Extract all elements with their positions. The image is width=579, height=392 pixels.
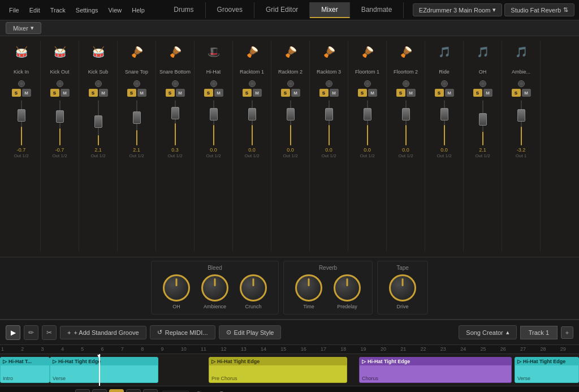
- fader-handle[interactable]: [248, 108, 256, 120]
- channel-pan-knob[interactable]: [326, 80, 332, 87]
- predelay-knob[interactable]: [334, 274, 361, 301]
- fader-handle[interactable]: [479, 113, 487, 126]
- channel-pan-knob[interactable]: [364, 80, 371, 87]
- mute-btn[interactable]: M: [368, 89, 377, 97]
- fader-container: [136, 100, 137, 145]
- channel-pan-knob[interactable]: [95, 80, 102, 87]
- tab-grooves[interactable]: Grooves: [206, 2, 254, 18]
- mute-btn[interactable]: M: [61, 89, 70, 97]
- mute-btn[interactable]: M: [214, 89, 223, 97]
- preset-dropdown[interactable]: EZdrummer 3 Main Room ▾: [413, 3, 503, 16]
- fader-handle[interactable]: [94, 115, 102, 128]
- mute-btn[interactable]: M: [483, 89, 492, 97]
- record-btn[interactable]: ●: [126, 389, 141, 393]
- edit-play-style-btn[interactable]: ⊙ Edit Play Style: [219, 325, 282, 339]
- fader-handle[interactable]: [517, 109, 525, 122]
- mute-btn[interactable]: M: [522, 89, 531, 97]
- fader-handle[interactable]: [402, 108, 410, 120]
- mute-btn[interactable]: M: [291, 89, 300, 97]
- mute-btn[interactable]: M: [137, 89, 146, 97]
- fader-handle[interactable]: [210, 108, 218, 120]
- ambience-knob[interactable]: [201, 274, 228, 301]
- channel-pan-knob[interactable]: [403, 80, 409, 87]
- play-btn[interactable]: ▶: [109, 389, 124, 393]
- solo-btn[interactable]: S: [396, 89, 405, 97]
- mute-btn[interactable]: M: [253, 89, 262, 97]
- mute-btn[interactable]: M: [99, 89, 108, 97]
- solo-btn[interactable]: S: [435, 89, 444, 97]
- drum-icon: 🪘: [246, 46, 258, 58]
- mixer-label-btn[interactable]: Mixer ▾: [6, 22, 41, 34]
- mute-btn[interactable]: M: [330, 89, 339, 97]
- menu-file[interactable]: File: [5, 5, 24, 16]
- mute-btn[interactable]: M: [445, 89, 454, 97]
- solo-btn[interactable]: S: [204, 89, 213, 97]
- loop-btn[interactable]: ↻: [75, 389, 90, 393]
- solo-btn[interactable]: S: [358, 89, 367, 97]
- fader-track: [290, 100, 291, 145]
- timeline-clip[interactable]: ▷ Hi-Hat Tight Edge Pre Chorus: [209, 357, 347, 383]
- fader-handle[interactable]: [287, 108, 295, 120]
- timeline-clip[interactable]: ▷ Hi-Hat Tight Edge Verse: [50, 357, 158, 383]
- fader-handle[interactable]: [171, 107, 179, 119]
- menu-help[interactable]: Help: [127, 5, 149, 16]
- solo-btn[interactable]: S: [12, 89, 21, 97]
- select-tool-btn[interactable]: ▶: [6, 325, 20, 340]
- menu-view[interactable]: View: [104, 5, 127, 16]
- solo-btn[interactable]: S: [127, 89, 136, 97]
- fader-handle[interactable]: [133, 111, 141, 124]
- clip-header: ▷ Hi-Hat Tight Edge: [515, 357, 578, 365]
- channel-pan-knob[interactable]: [479, 80, 486, 87]
- solo-btn[interactable]: S: [89, 89, 98, 97]
- channel-pan-knob[interactable]: [57, 80, 63, 87]
- fader-handle[interactable]: [325, 108, 333, 120]
- solo-btn[interactable]: S: [243, 89, 252, 97]
- tab-bandmate[interactable]: Bandmate: [350, 2, 404, 18]
- reverb-dropdown[interactable]: Studio Fat Reverb ⇅: [504, 3, 574, 16]
- channel-pan-knob[interactable]: [287, 80, 294, 87]
- channel-name: Snare Bottom: [159, 66, 191, 78]
- replace-midi-btn[interactable]: ↺ Replace MIDI...: [150, 325, 215, 339]
- solo-btn[interactable]: S: [166, 89, 175, 97]
- solo-btn[interactable]: S: [281, 89, 290, 97]
- channel-pan-knob[interactable]: [518, 80, 525, 87]
- pencil-tool-btn[interactable]: ✏: [24, 325, 38, 340]
- metronome-btn[interactable]: ♩: [143, 389, 158, 393]
- fader-handle[interactable]: [440, 108, 448, 120]
- oh-knob[interactable]: [163, 274, 190, 301]
- timeline-clip[interactable]: ▷ Hi-Hat T... Intro: [0, 357, 50, 383]
- fader-handle[interactable]: [18, 109, 25, 122]
- time-knob[interactable]: [295, 274, 322, 301]
- menu-settings[interactable]: Settings: [71, 5, 103, 16]
- mute-btn[interactable]: M: [22, 89, 31, 97]
- channel-pan-knob[interactable]: [441, 80, 448, 87]
- channel-value: 2.1: [133, 147, 140, 153]
- crunch-knob[interactable]: [240, 274, 267, 301]
- scissors-tool-btn[interactable]: ✂: [42, 325, 57, 340]
- mute-btn[interactable]: M: [407, 89, 416, 97]
- solo-btn[interactable]: S: [50, 89, 59, 97]
- tab-grid-editor[interactable]: Grid Editor: [254, 2, 310, 18]
- channel-pan-knob[interactable]: [210, 80, 217, 87]
- drive-knob[interactable]: [389, 274, 416, 301]
- solo-btn[interactable]: S: [319, 89, 329, 97]
- solo-btn[interactable]: S: [473, 89, 482, 97]
- channel-pan-knob[interactable]: [18, 80, 25, 87]
- channel-pan-knob[interactable]: [172, 80, 179, 87]
- add-groove-btn[interactable]: + + Add Standard Groove: [60, 326, 146, 339]
- fader-handle[interactable]: [364, 108, 371, 120]
- song-creator-btn[interactable]: Song Creator ▴: [459, 325, 516, 339]
- channel-pan-knob[interactable]: [249, 80, 256, 87]
- fader-handle[interactable]: [56, 110, 64, 123]
- add-track-btn[interactable]: +: [561, 326, 573, 339]
- menu-edit[interactable]: Edit: [25, 5, 45, 16]
- solo-btn[interactable]: S: [512, 89, 521, 97]
- timeline-clip[interactable]: ▷ Hi-Hat Tight Edge Verse: [515, 357, 579, 383]
- tab-mixer[interactable]: Mixer: [310, 2, 349, 18]
- stop-btn[interactable]: ■: [92, 389, 107, 393]
- timeline-clip[interactable]: ▷ Hi-Hat Tight Edge Chorus: [359, 357, 512, 383]
- channel-pan-knob[interactable]: [133, 80, 140, 87]
- tab-drums[interactable]: Drums: [162, 2, 205, 18]
- menu-track[interactable]: Track: [46, 5, 70, 16]
- mute-btn[interactable]: M: [176, 89, 185, 97]
